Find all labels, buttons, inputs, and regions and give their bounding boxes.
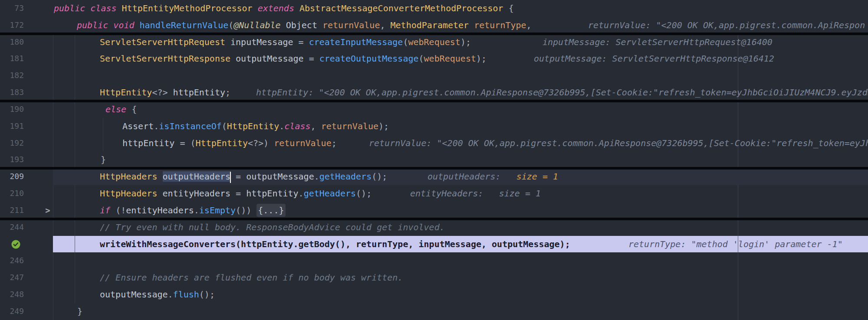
line-number[interactable]: 180 <box>0 34 24 51</box>
line-number[interactable]: 182 <box>0 67 24 84</box>
line-number[interactable]: 183 <box>0 84 24 101</box>
code-line[interactable]: 249} <box>0 303 868 320</box>
code-token: ( <box>403 37 408 47</box>
code-line[interactable]: 183HttpEntity<?> httpEntity;httpEntity: … <box>0 84 868 101</box>
code-text: else { <box>105 101 137 118</box>
line-number[interactable]: 246 <box>0 252 24 269</box>
code-token: AbstractMessageConverterMethodProcessor <box>299 3 503 13</box>
line-number[interactable]: 247 <box>0 269 24 286</box>
code-token: ; <box>225 87 230 98</box>
code-token <box>469 20 474 30</box>
hint-text <box>501 171 516 182</box>
execution-point-check-icon[interactable] <box>11 239 21 249</box>
code-token: . <box>168 289 173 300</box>
code-line[interactable]: 180ServletServerHttpRequest inputMessage… <box>0 34 868 51</box>
line-number[interactable]: 192 <box>0 135 24 152</box>
code-token: webRequest <box>408 37 460 47</box>
code-token: HttpEntityMethodProcessor <box>122 3 253 13</box>
code-token: ); <box>476 53 487 64</box>
code-line[interactable]: 244// Try even with null body. ResponseB… <box>0 219 868 236</box>
code-token <box>294 3 299 13</box>
line-number[interactable]: 193 <box>0 151 24 168</box>
code-token: returnValue <box>321 121 378 131</box>
folded-block[interactable]: {...} <box>256 204 285 217</box>
code-token: = <box>230 171 246 182</box>
code-text: HttpHeaders outputHeaders = outputMessag… <box>100 168 387 185</box>
code-line[interactable]: 246 <box>0 252 868 269</box>
line-number[interactable]: 249 <box>0 303 24 320</box>
code-token: } <box>77 306 82 317</box>
debugger-inline-hint: returnValue: "<200 OK OK,app.pigrest.com… <box>588 17 865 34</box>
code-token: ServletServerHttpResponse <box>100 53 230 64</box>
code-text: // Try even with null body. ResponseBody… <box>100 219 445 236</box>
code-token: } <box>101 154 106 165</box>
line-number[interactable]: 248 <box>0 286 24 303</box>
code-line[interactable]: 181ServletServerHttpResponse outputMessa… <box>0 50 868 67</box>
code-token <box>253 3 258 13</box>
code-line[interactable]: 248outputMessage.flush(); <box>0 286 868 303</box>
code-token: createOutputMessage <box>319 53 419 64</box>
code-token: class <box>284 121 310 131</box>
line-number[interactable]: 190 <box>0 101 24 118</box>
code-token: HttpHeaders <box>100 188 157 199</box>
code-token: <?>) <box>248 138 274 148</box>
code-token: isEmpty <box>199 205 236 216</box>
line-number[interactable]: 209 <box>0 168 24 185</box>
code-line[interactable]: 182 <box>0 67 868 84</box>
code-token: @Nullable <box>233 20 280 30</box>
fold-arrow-icon[interactable]: > <box>43 202 53 219</box>
code-editor: 73public class HttpEntityMethodProcessor… <box>0 0 868 320</box>
code-line[interactable]: writeWithMessageConverters(httpEntity.ge… <box>0 236 868 253</box>
line-number[interactable]: 73 <box>0 0 24 17</box>
code-token: = <box>309 53 319 64</box>
code-token <box>85 3 90 13</box>
code-line[interactable]: 172public void handleReturnValue(@Nullab… <box>0 17 868 34</box>
code-comment: // Try even with null body. ResponseBody… <box>100 222 445 232</box>
code-token: . <box>194 205 199 216</box>
hint-text: inputMessage: ServletServerHttpRequest@1… <box>542 37 773 47</box>
code-line[interactable]: 191Assert.isInstanceOf(HttpEntity.class,… <box>0 118 868 135</box>
line-number[interactable]: 211 <box>0 202 24 219</box>
code-token: ); <box>378 121 389 131</box>
line-number[interactable]: 210 <box>0 185 24 202</box>
code-text: } <box>77 303 82 320</box>
hint-text: entityHeaders: size = 1 <box>410 188 541 199</box>
hint-changed-value: size = 1 <box>516 171 558 182</box>
code-line[interactable]: 209HttpHeaders outputHeaders = outputMes… <box>0 168 868 185</box>
code-token: (! <box>110 205 126 216</box>
code-token: ()) <box>236 205 256 216</box>
code-token: httpEntity <box>122 138 180 148</box>
code-token: <?> <box>152 87 173 98</box>
debugger-inline-hint: returnValue: "<200 OK OK,app.pigrest.com… <box>369 135 868 152</box>
code-token: public <box>77 20 108 30</box>
code-token: . <box>279 121 284 131</box>
code-token: outputMessage <box>246 171 314 182</box>
code-line[interactable]: 73public class HttpEntityMethodProcessor… <box>0 0 868 17</box>
code-token: isInstanceOf <box>159 121 222 131</box>
code-line[interactable]: 193} <box>0 151 868 168</box>
line-number[interactable]: 244 <box>0 219 24 236</box>
line-number[interactable]: 172 <box>0 17 24 34</box>
line-number[interactable]: 181 <box>0 50 24 67</box>
editor-rows: 73public class HttpEntityMethodProcessor… <box>0 0 868 320</box>
code-text: Assert.isInstanceOf(HttpEntity.class, re… <box>122 118 389 135</box>
code-token: HttpEntity <box>196 138 248 148</box>
code-text: // Ensure headers are flushed even if no… <box>100 269 403 286</box>
code-token: MethodParameter <box>391 20 469 30</box>
code-token: handleReturnValue <box>140 20 229 30</box>
code-token: extends <box>258 3 294 13</box>
code-text: ServletServerHttpRequest inputMessage = … <box>100 34 471 51</box>
code-line[interactable]: 190else { <box>0 101 868 118</box>
code-token: HttpHeaders <box>100 171 157 182</box>
code-line[interactable]: 192httpEntity = (HttpEntity<?>) returnVa… <box>0 135 868 152</box>
code-token: if <box>100 205 110 216</box>
code-line[interactable]: 247// Ensure headers are flushed even if… <box>0 269 868 286</box>
line-number[interactable]: 191 <box>0 118 24 135</box>
code-line[interactable]: 211>if (!entityHeaders.isEmpty()) {...} <box>0 202 868 219</box>
code-token: ServletServerHttpRequest <box>100 37 225 47</box>
code-text: if (!entityHeaders.isEmpty()) {...} <box>100 202 286 219</box>
code-line[interactable]: 210HttpHeaders entityHeaders = httpEntit… <box>0 185 868 202</box>
code-token: inputMessage <box>225 37 299 47</box>
code-token: , <box>526 20 532 30</box>
code-token: flush <box>173 289 199 300</box>
